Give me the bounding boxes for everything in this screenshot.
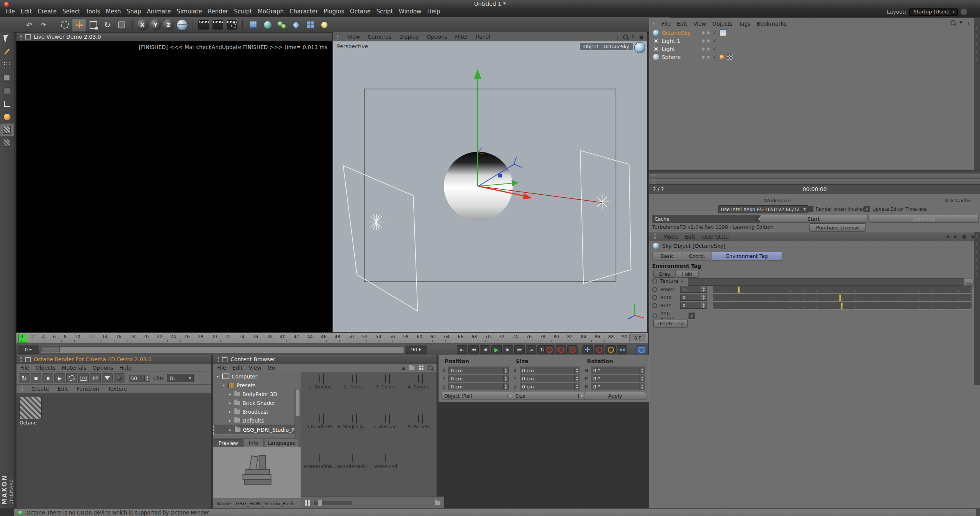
menu-item[interactable]: Bookmarks [757, 21, 787, 27]
goto-end-button[interactable] [526, 345, 536, 354]
animation-dot-icon[interactable] [652, 287, 657, 292]
object-name[interactable]: OctaneSky [662, 30, 699, 36]
edges-mode-button[interactable] [0, 71, 14, 84]
tab-preview[interactable]: Preview [214, 439, 242, 447]
move-tool-button[interactable] [72, 18, 86, 31]
size-mode-dropdown[interactable]: Size [513, 392, 586, 400]
live-viewer-header[interactable]: Live Viewer Demo 2.03.0 [16, 33, 332, 41]
panel-grip-icon[interactable] [654, 234, 656, 239]
stepper-icon[interactable]: ▲▼ [640, 383, 643, 390]
power-slider[interactable] [713, 286, 972, 293]
stepper-icon[interactable]: ▲▼ [144, 375, 150, 382]
record-rotation-button[interactable] [605, 345, 616, 354]
menu-item[interactable]: Render [208, 8, 228, 16]
stepper-icon[interactable]: ▲▼ [701, 286, 707, 293]
imp-samp-checkbox[interactable] [689, 313, 695, 319]
stepper-icon[interactable]: ▲▼ [503, 383, 507, 390]
menu-item[interactable]: Script [376, 8, 393, 16]
texture-tag-icon[interactable] [727, 54, 733, 60]
filter-icon[interactable]: ▼ [959, 20, 962, 26]
menu-item[interactable]: Edit [685, 234, 695, 240]
menu-item[interactable]: Simulate [177, 8, 202, 16]
expand-triangle-icon[interactable]: ▸ [682, 279, 684, 283]
mograph-button[interactable] [275, 18, 289, 31]
animation-dot-icon[interactable] [652, 303, 657, 308]
menu-item[interactable]: Objects [35, 365, 56, 371]
enabled-check-icon[interactable] [713, 38, 717, 44]
menu-item[interactable]: Create [31, 386, 49, 392]
coordinate-input[interactable]: 0 cm▲▼ [520, 375, 580, 382]
tab-languages[interactable]: Languages [265, 439, 298, 447]
object-row-light1[interactable]: Light.1 [649, 37, 975, 45]
record-scale-button[interactable] [594, 345, 604, 354]
menu-item[interactable]: Snap [127, 8, 141, 16]
history-back-icon[interactable]: ◀ [944, 234, 951, 240]
stepper-icon[interactable]: ▲▼ [574, 383, 578, 390]
redo-button[interactable] [36, 18, 51, 31]
pause-render-button[interactable] [43, 373, 53, 383]
object-row-light[interactable]: Light [649, 45, 975, 53]
tree-scrollbar-thumb[interactable] [296, 390, 299, 416]
grid-view-icon[interactable] [305, 500, 310, 506]
object-mode-dropdown[interactable]: Object (Rel) [442, 392, 514, 400]
samples-input[interactable]: 50 ▲▼ [129, 375, 150, 382]
workplane-button[interactable] [0, 97, 14, 110]
record-active-objects-button[interactable] [567, 345, 578, 354]
coordinate-input[interactable]: 0 cm▲▼ [448, 367, 509, 374]
autokey-button[interactable] [556, 345, 566, 354]
menu-item[interactable]: Cameras [368, 34, 391, 40]
tab-info[interactable]: Info [243, 439, 264, 447]
timeline-bar[interactable] [649, 179, 980, 184]
content-item[interactable]: 5 Gradients [304, 415, 335, 429]
enabled-check-icon[interactable] [713, 30, 717, 36]
purchase-license-button[interactable]: Purchase License [809, 223, 866, 232]
dock-handle-icon[interactable] [976, 21, 978, 63]
rotx-slider[interactable] [713, 294, 972, 301]
coordinate-input[interactable]: 0 cm▲▼ [448, 383, 509, 390]
menu-item[interactable]: Materials [62, 365, 86, 371]
render-settings-button[interactable] [225, 18, 239, 31]
expander-icon[interactable] [216, 375, 220, 378]
render-device-dropdown[interactable]: Use Intel Xeon E5-1650 v2 6C/12T [718, 205, 808, 213]
menu-item[interactable]: Animate [147, 8, 171, 16]
menu-item[interactable]: Go [268, 365, 275, 371]
menu-item[interactable]: File [5, 8, 15, 16]
points-mode-button[interactable] [0, 58, 14, 71]
object-name[interactable]: Sphere [662, 54, 699, 60]
toggle-view-icon[interactable]: ▣ [638, 33, 645, 40]
slider-marker[interactable] [839, 295, 841, 301]
menu-item[interactable]: Tags [739, 21, 751, 27]
interface-icon[interactable] [961, 9, 967, 15]
tab-environment[interactable]: Environment Tag [712, 252, 782, 260]
menu-item[interactable]: Help [427, 8, 440, 16]
orbit-view-icon[interactable]: ↻ [630, 33, 637, 40]
stop-render-button[interactable] [31, 373, 41, 383]
expander-icon[interactable] [228, 428, 232, 432]
add-light-button[interactable] [317, 18, 331, 31]
view-mode-icon[interactable] [419, 365, 423, 370]
menu-item[interactable]: Plugins [324, 8, 344, 16]
record-parameter-button[interactable] [617, 345, 627, 354]
undo-button[interactable] [22, 18, 36, 31]
record-position-button[interactable] [582, 345, 593, 354]
panel-grip-icon[interactable] [20, 357, 22, 362]
menu-item[interactable]: Options [427, 34, 447, 40]
content-browser-header[interactable]: Content Browser [213, 355, 437, 364]
render-view-button[interactable] [196, 18, 211, 31]
animation-dot-icon[interactable] [652, 313, 657, 318]
stepper-icon[interactable]: ▲▼ [640, 367, 643, 373]
menu-item[interactable]: Edit [677, 21, 687, 27]
beauty-pass-button[interactable] [114, 373, 124, 383]
enabled-check-icon[interactable] [713, 54, 717, 60]
add-generator-button[interactable] [260, 18, 275, 31]
layout-dropdown[interactable]: Startup (User) ▾ [909, 8, 958, 16]
menu-item[interactable]: Objects [712, 21, 733, 27]
folder-icon[interactable] [435, 501, 440, 505]
visibility-dots-icon[interactable] [701, 39, 710, 43]
content-item[interactable]: 1. Studios [304, 375, 335, 390]
menu-item[interactable]: Edit [232, 365, 242, 371]
goto-start-button[interactable] [457, 345, 467, 354]
power-input[interactable]: 1. ▲▼ [680, 286, 707, 293]
ruler-end-field[interactable]: 0 F [629, 334, 646, 342]
previous-key-button[interactable] [468, 345, 479, 354]
